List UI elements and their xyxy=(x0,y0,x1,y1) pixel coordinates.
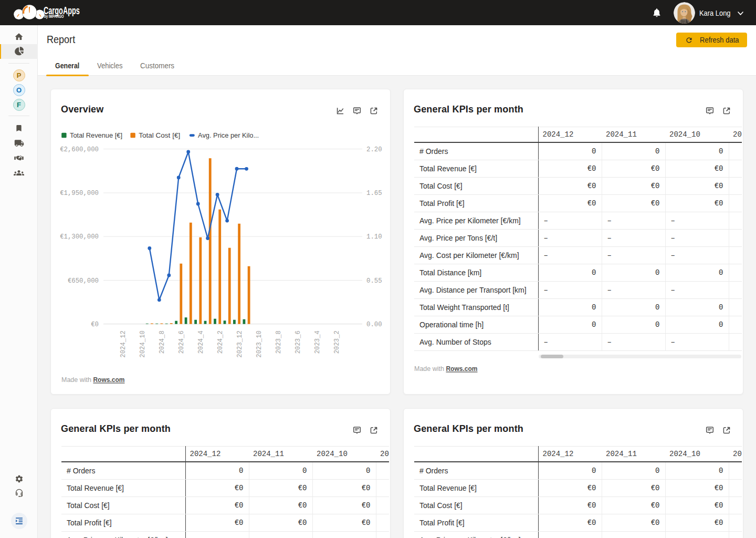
svg-text:Avg. Price per Kilo...: Avg. Price per Kilo... xyxy=(198,131,259,139)
svg-text:€0: €0 xyxy=(91,321,99,328)
svg-text:0.55: 0.55 xyxy=(366,277,382,285)
svg-text:2.20: 2.20 xyxy=(366,146,382,153)
svg-text:€2,600,000: €2,600,000 xyxy=(60,146,99,153)
svg-text:2023_4: 2023_4 xyxy=(314,330,321,354)
svg-text:Total Revenue [€]: Total Revenue [€] xyxy=(70,131,122,139)
svg-text:€1,950,000: €1,950,000 xyxy=(60,190,99,197)
svg-text:2023_10: 2023_10 xyxy=(256,330,263,358)
svg-text:€1,300,000: €1,300,000 xyxy=(60,233,99,241)
svg-text:Total Cost [€]: Total Cost [€] xyxy=(139,131,180,139)
svg-text:2024_4: 2024_4 xyxy=(197,330,205,354)
svg-text:1.65: 1.65 xyxy=(366,190,382,197)
svg-text:2024_2: 2024_2 xyxy=(217,330,224,354)
svg-text:2024_6: 2024_6 xyxy=(178,330,185,354)
svg-text:2024_10: 2024_10 xyxy=(139,330,146,358)
svg-text:€650,000: €650,000 xyxy=(68,277,99,285)
svg-text:2023_2: 2023_2 xyxy=(333,330,341,354)
svg-text:0.00: 0.00 xyxy=(366,321,382,328)
svg-text:1.10: 1.10 xyxy=(366,233,382,241)
svg-text:2024_8: 2024_8 xyxy=(159,330,166,354)
svg-text:2023_6: 2023_6 xyxy=(295,330,302,354)
svg-text:2023_8: 2023_8 xyxy=(275,330,282,354)
svg-text:2023_12: 2023_12 xyxy=(236,330,244,358)
svg-text:2024_12: 2024_12 xyxy=(120,330,127,358)
